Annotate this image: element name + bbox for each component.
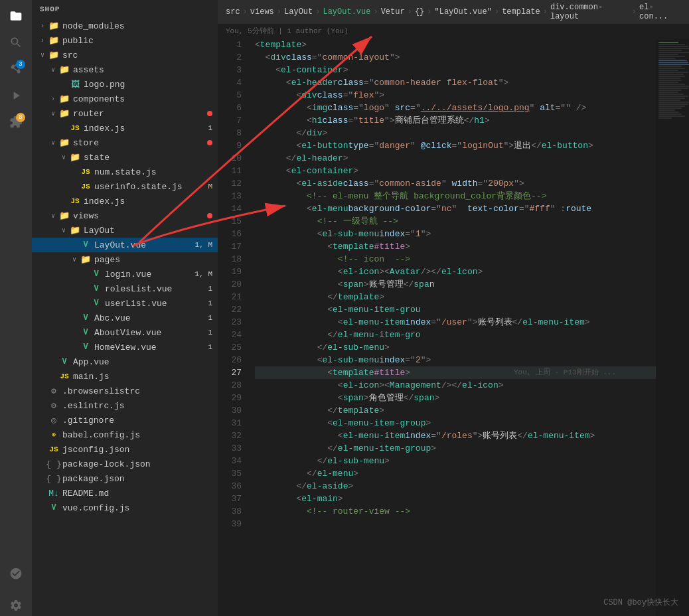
search-icon[interactable] <box>5 32 27 53</box>
code-line-11: <el-container> <box>255 165 656 177</box>
code-line-22: <el-menu-item-grou <box>255 303 656 316</box>
tree-item-views[interactable]: ∨ 📁 views <box>32 208 218 223</box>
tree-item-vue-config[interactable]: › V vue.config.js <box>32 501 218 515</box>
tree-item-num-state[interactable]: › JS num.state.js <box>32 165 218 179</box>
breadcrumb-src: src <box>226 7 240 17</box>
file-label: package.json <box>62 474 218 484</box>
tree-item-node_modules[interactable]: › 📁 node_modules <box>32 19 218 33</box>
tree-item-store[interactable]: ∨ 📁 store <box>32 135 218 150</box>
folder-icon: 📁 <box>69 224 81 236</box>
breadcrumb-quote: "LayOut.vue" <box>435 7 492 17</box>
vue-icon: V <box>90 268 102 280</box>
code-line-34: </el-sub-menu> <box>255 455 656 467</box>
line-num: 2 <box>218 51 242 64</box>
tree-item-app-vue[interactable]: › V App.vue <box>32 354 218 369</box>
tree-item-src[interactable]: ∨ 📁 src <box>32 48 218 62</box>
code-area[interactable]: 1 2 3 4 5 6 7 8 9 10 11 12 13 14 15 16 1… <box>218 38 689 616</box>
code-line-12: <el-aside class="common-aside" width="20… <box>255 177 656 190</box>
file-label: src <box>62 50 218 60</box>
tree-item-router[interactable]: ∨ 📁 router <box>32 106 218 121</box>
tree-item-browserslistrc[interactable]: › ⚙ .browserslistrc <box>32 384 218 398</box>
folder-icon: 📁 <box>48 49 60 61</box>
code-text[interactable]: <template> <div class="common-layout"> <… <box>250 38 656 616</box>
watermark: CSDN @boy快快长大 <box>603 597 678 608</box>
file-label: App.vue <box>73 357 218 367</box>
code-line-38: <!-- router-view --> <box>255 505 656 518</box>
chevron-right-icon: › <box>37 37 48 44</box>
change-indicator: 1 <box>208 285 212 293</box>
git-meta: You, 5分钟前 | 1 author (You) <box>218 25 689 38</box>
tree-item-userlist-vue[interactable]: › V userList.vue 1 <box>32 296 218 311</box>
minimap <box>656 38 689 616</box>
breadcrumb-div: div.common-layout <box>550 3 629 21</box>
modified-badge <box>207 140 212 145</box>
settings-icon[interactable] <box>5 595 27 616</box>
change-indicator: 1 <box>208 314 212 322</box>
breadcrumb-sep: › <box>495 7 499 17</box>
js-icon: JS <box>69 195 81 207</box>
folder-icon: 📁 <box>58 210 70 222</box>
file-label: assets <box>73 65 218 75</box>
breadcrumb: src › views › LayOut › LayOut.vue › Vetu… <box>218 0 689 25</box>
tree-item-layout-vue[interactable]: › V LayOut.vue 1, M <box>32 238 218 252</box>
tree-item-userinfo-state[interactable]: › JS userinfo.state.js M <box>32 179 218 194</box>
tree-item-eslintrc[interactable]: › ⚙ .eslintrc.js <box>32 398 218 413</box>
file-label: .gitignore <box>62 416 218 425</box>
vue-icon: V <box>48 502 60 514</box>
breadcrumb-layout-vue: LayOut.vue <box>323 7 370 17</box>
tree-item-public[interactable]: › 📁 public <box>32 33 218 48</box>
config-icon: ⚙ <box>48 385 60 397</box>
chevron-down-icon: ∨ <box>48 110 58 117</box>
code-line-31: <el-menu-item-group> <box>255 417 656 429</box>
tree-item-aboutview-vue[interactable]: › V AboutView.vue 1 <box>32 325 218 340</box>
file-label: public <box>62 36 218 46</box>
chevron-right-icon: › <box>48 96 58 103</box>
tree-item-readme[interactable]: › M↓ README.md <box>32 486 218 501</box>
code-line-32: <el-menu-item index="/roles">账号列表</el-me… <box>255 429 656 442</box>
code-line-35: </el-menu> <box>255 467 656 480</box>
tree-item-package[interactable]: › { } package.json <box>32 471 218 486</box>
json-icon: { } <box>48 473 60 485</box>
code-line-6: <img class="logo" src="../../assets/logo… <box>255 102 656 114</box>
breadcrumb-elcon: el-con... <box>639 3 681 21</box>
tree-item-jsconfig[interactable]: › JS jsconfig.json <box>32 442 218 457</box>
tree-item-package-lock[interactable]: › { } package-lock.json <box>32 457 218 471</box>
tree-item-assets[interactable]: ∨ 📁 assets <box>32 62 218 77</box>
git-author: You, 5分钟前 | 1 author (You) <box>226 27 348 35</box>
tree-item-components[interactable]: › 📁 components <box>32 92 218 106</box>
code-line-18: <!-- icon --> <box>255 253 656 266</box>
code-line-16: <el-sub-menu index="1"> <box>255 228 656 240</box>
tree-item-pages-folder[interactable]: ∨ 📁 pages <box>32 252 218 267</box>
line-num: 16 <box>218 228 242 240</box>
file-label: logo.png <box>84 80 218 90</box>
file-label: AboutView.vue <box>94 328 208 338</box>
code-line-33: </el-menu-item-group> <box>255 442 656 455</box>
tree-item-homeview-vue[interactable]: › V HomeView.vue 1 <box>32 340 218 354</box>
line-num: 19 <box>218 266 242 278</box>
tree-item-state[interactable]: ∨ 📁 state <box>32 150 218 165</box>
account-icon[interactable] <box>5 563 27 584</box>
tree-item-abc-vue[interactable]: › V Abc.vue 1 <box>32 311 218 325</box>
extensions-icon[interactable]: 8 <box>5 112 27 133</box>
tree-item-store-index[interactable]: › JS index.js <box>32 194 218 208</box>
files-icon[interactable] <box>5 5 27 27</box>
code-line-23: <el-menu-item index="/user">账号列表</el-men… <box>255 316 656 329</box>
breadcrumb-views: views <box>250 7 274 17</box>
code-line-39 <box>255 518 656 530</box>
file-label: index.js <box>84 123 208 133</box>
file-label: babel.config.js <box>62 430 218 440</box>
tree-item-router-index[interactable]: › JS index.js 1 <box>32 121 218 135</box>
tree-item-logo[interactable]: › 🖼 logo.png <box>32 77 218 92</box>
git-blame-text: You, 上周 · P13刚开始 ... <box>514 366 616 379</box>
run-icon[interactable] <box>5 85 27 106</box>
line-num: 29 <box>218 392 242 404</box>
tree-item-main-js[interactable]: › JS main.js <box>32 369 218 384</box>
tree-item-gitignore[interactable]: › ◎ .gitignore <box>32 413 218 427</box>
file-label: jsconfig.json <box>62 445 218 455</box>
tree-item-babel[interactable]: › ⊛ babel.config.js <box>32 427 218 442</box>
code-line-28: <el-icon><Management /></el-icon> <box>255 379 656 392</box>
tree-item-login-vue[interactable]: › V login.vue 1, M <box>32 267 218 281</box>
source-control-icon[interactable]: 3 <box>5 58 27 80</box>
tree-item-roleslist-vue[interactable]: › V rolesList.vue 1 <box>32 281 218 296</box>
tree-item-layout-folder[interactable]: ∨ 📁 LayOut <box>32 223 218 238</box>
